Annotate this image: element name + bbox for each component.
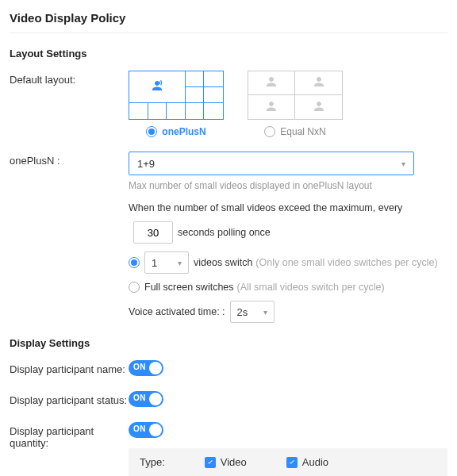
- radio-full-switch[interactable]: [129, 282, 140, 293]
- polling-seconds-input[interactable]: [133, 221, 173, 244]
- person-icon: [312, 75, 326, 91]
- toggle-on-text: ON: [133, 424, 146, 433]
- toggle-display-quantity[interactable]: ON: [129, 422, 163, 438]
- radio-oneplusn-label: onePlusN: [162, 126, 205, 137]
- oneplusn-hint: Max number of small videos displayed in …: [129, 180, 447, 191]
- checkbox-audio[interactable]: [286, 457, 298, 468]
- person-icon: [264, 75, 278, 91]
- exceed-text-a: When the number of small videos exceed t…: [129, 202, 447, 213]
- toggle-display-name[interactable]: ON: [129, 360, 163, 376]
- chevron-down-icon: ▾: [263, 308, 267, 317]
- checkbox-audio-label: Audio: [302, 456, 328, 468]
- oneplusn-select-value: 1+9: [137, 158, 155, 170]
- checkbox-video-label: Video: [221, 456, 247, 468]
- videos-switch-label: videos switch: [194, 257, 252, 268]
- voice-activated-label: Voice activated time: :: [129, 306, 225, 317]
- display-name-label: Display participant name:: [10, 360, 129, 375]
- type-label: Type:: [140, 456, 165, 468]
- exceed-text-b: seconds polling once: [178, 227, 271, 238]
- voice-activated-value: 2s: [237, 306, 248, 318]
- radio-oneplusn[interactable]: [146, 126, 157, 137]
- toggle-knob: [149, 424, 162, 436]
- section-display-settings: Display Settings: [10, 337, 447, 349]
- chevron-down-icon: ▾: [178, 259, 182, 267]
- full-switch-hint: (All small videos switch per cycle): [237, 282, 385, 293]
- voice-activated-select[interactable]: 2s ▾: [230, 301, 275, 323]
- radio-equalnxn[interactable]: [264, 126, 275, 137]
- toggle-knob: [149, 362, 162, 374]
- layout-option-equalnxn[interactable]: [248, 71, 343, 120]
- videos-switch-count-select[interactable]: 1 ▾: [144, 251, 189, 274]
- radio-equalnxn-label: Equal NxN: [280, 126, 325, 137]
- toggle-knob: [149, 393, 162, 405]
- layout-option-oneplusn[interactable]: [129, 71, 224, 120]
- page-title: Video Display Policy: [10, 6, 447, 33]
- checkbox-video[interactable]: [205, 457, 216, 468]
- oneplusn-select[interactable]: 1+9 ▾: [129, 152, 414, 175]
- display-status-label: Display participant status:: [10, 391, 129, 406]
- person-icon: [312, 99, 326, 116]
- radio-videos-switch[interactable]: [129, 257, 140, 268]
- toggle-on-text: ON: [133, 393, 146, 402]
- videos-switch-count-value: 1: [152, 257, 157, 269]
- videos-switch-hint: (Only one small video switches per cycle…: [255, 257, 437, 268]
- speaker-icon: [150, 79, 164, 95]
- oneplusn-label: onePlusN :: [10, 152, 129, 167]
- section-layout-settings: Layout Settings: [10, 48, 447, 60]
- default-layout-label: Default layout:: [10, 71, 129, 86]
- toggle-on-text: ON: [133, 363, 146, 371]
- display-quantity-label: Display participant quantity:: [10, 422, 129, 449]
- full-switch-label: Full screen switches: [144, 282, 234, 293]
- toggle-display-status[interactable]: ON: [129, 391, 163, 407]
- person-icon: [264, 99, 278, 116]
- chevron-down-icon: ▾: [401, 159, 405, 168]
